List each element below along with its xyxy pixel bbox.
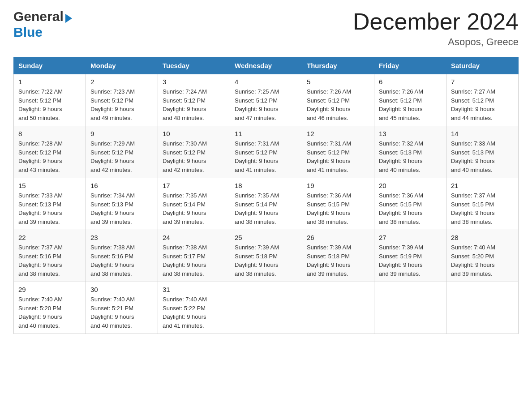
header-wednesday: Wednesday: [230, 57, 302, 74]
day-number: 13: [379, 130, 442, 137]
table-row: 12Sunrise: 7:31 AMSunset: 5:12 PMDayligh…: [302, 126, 374, 178]
day-number: 30: [90, 286, 153, 293]
header-thursday: Thursday: [302, 57, 374, 74]
day-number: 9: [90, 130, 153, 137]
table-row: 25Sunrise: 7:39 AMSunset: 5:18 PMDayligh…: [230, 230, 302, 282]
table-row: 26Sunrise: 7:39 AMSunset: 5:18 PMDayligh…: [302, 230, 374, 282]
day-number: 17: [163, 182, 225, 189]
day-info: Sunrise: 7:32 AMSunset: 5:13 PMDaylight:…: [379, 139, 442, 174]
day-number: 16: [90, 182, 153, 189]
table-row: 11Sunrise: 7:31 AMSunset: 5:12 PMDayligh…: [230, 126, 302, 178]
day-info: Sunrise: 7:26 AMSunset: 5:12 PMDaylight:…: [379, 87, 442, 122]
table-row: 15Sunrise: 7:33 AMSunset: 5:13 PMDayligh…: [14, 178, 86, 230]
day-number: 29: [18, 286, 81, 293]
day-info: Sunrise: 7:39 AMSunset: 5:18 PMDaylight:…: [235, 243, 297, 278]
day-number: 15: [18, 182, 81, 189]
logo-arrow-icon: [65, 14, 72, 23]
day-number: 27: [379, 234, 442, 241]
calendar-week-row: 29Sunrise: 7:40 AMSunset: 5:20 PMDayligh…: [14, 282, 519, 334]
day-info: Sunrise: 7:31 AMSunset: 5:12 PMDaylight:…: [235, 139, 297, 174]
day-number: 26: [307, 234, 369, 241]
day-info: Sunrise: 7:36 AMSunset: 5:15 PMDaylight:…: [379, 191, 442, 226]
day-number: 7: [451, 78, 514, 86]
day-info: Sunrise: 7:22 AMSunset: 5:12 PMDaylight:…: [18, 87, 81, 122]
table-row: 14Sunrise: 7:33 AMSunset: 5:13 PMDayligh…: [446, 126, 519, 178]
day-info: Sunrise: 7:35 AMSunset: 5:14 PMDaylight:…: [235, 191, 297, 226]
day-number: 24: [163, 234, 225, 241]
table-row: 6Sunrise: 7:26 AMSunset: 5:12 PMDaylight…: [374, 74, 446, 126]
day-number: 28: [451, 234, 514, 241]
day-info: Sunrise: 7:40 AMSunset: 5:20 PMDaylight:…: [451, 243, 514, 278]
table-row: 27Sunrise: 7:39 AMSunset: 5:19 PMDayligh…: [374, 230, 446, 282]
header-tuesday: Tuesday: [158, 57, 230, 74]
table-row: 19Sunrise: 7:36 AMSunset: 5:15 PMDayligh…: [302, 178, 374, 230]
table-row: 1Sunrise: 7:22 AMSunset: 5:12 PMDaylight…: [14, 74, 86, 126]
day-number: 6: [379, 78, 442, 86]
day-info: Sunrise: 7:31 AMSunset: 5:12 PMDaylight:…: [307, 139, 369, 174]
day-info: Sunrise: 7:25 AMSunset: 5:12 PMDaylight:…: [235, 87, 297, 122]
day-number: 11: [235, 130, 297, 137]
day-info: Sunrise: 7:36 AMSunset: 5:15 PMDaylight:…: [307, 191, 369, 226]
day-info: Sunrise: 7:28 AMSunset: 5:12 PMDaylight:…: [18, 139, 81, 174]
table-row: 24Sunrise: 7:38 AMSunset: 5:17 PMDayligh…: [158, 230, 230, 282]
day-info: Sunrise: 7:37 AMSunset: 5:16 PMDaylight:…: [18, 243, 81, 278]
day-info: Sunrise: 7:27 AMSunset: 5:12 PMDaylight:…: [451, 87, 514, 122]
calendar-week-row: 22Sunrise: 7:37 AMSunset: 5:16 PMDayligh…: [14, 230, 519, 282]
day-number: 22: [18, 234, 81, 241]
day-number: 4: [235, 78, 297, 86]
logo-general-text: General: [13, 9, 64, 24]
table-row: 17Sunrise: 7:35 AMSunset: 5:14 PMDayligh…: [158, 178, 230, 230]
day-info: Sunrise: 7:34 AMSunset: 5:13 PMDaylight:…: [90, 191, 153, 226]
page-header: General Blue December 2024 Asopos, Greec…: [13, 9, 519, 48]
logo: General Blue: [13, 9, 72, 40]
table-row: 30Sunrise: 7:40 AMSunset: 5:21 PMDayligh…: [86, 282, 158, 334]
day-number: 19: [307, 182, 369, 189]
day-number: 18: [235, 182, 297, 189]
day-info: Sunrise: 7:38 AMSunset: 5:16 PMDaylight:…: [90, 243, 153, 278]
day-number: 20: [379, 182, 442, 189]
day-number: 12: [307, 130, 369, 137]
day-info: Sunrise: 7:30 AMSunset: 5:12 PMDaylight:…: [163, 139, 225, 174]
day-info: Sunrise: 7:39 AMSunset: 5:19 PMDaylight:…: [379, 243, 442, 278]
calendar-header-row: Sunday Monday Tuesday Wednesday Thursday…: [14, 57, 519, 74]
table-row: 23Sunrise: 7:38 AMSunset: 5:16 PMDayligh…: [86, 230, 158, 282]
table-row: 13Sunrise: 7:32 AMSunset: 5:13 PMDayligh…: [374, 126, 446, 178]
day-info: Sunrise: 7:33 AMSunset: 5:13 PMDaylight:…: [451, 139, 514, 174]
table-row: [374, 282, 446, 334]
day-number: 8: [18, 130, 81, 137]
day-number: 10: [163, 130, 225, 137]
day-number: 5: [307, 78, 369, 86]
calendar-week-row: 15Sunrise: 7:33 AMSunset: 5:13 PMDayligh…: [14, 178, 519, 230]
table-row: 2Sunrise: 7:23 AMSunset: 5:12 PMDaylight…: [86, 74, 158, 126]
day-number: 31: [163, 286, 225, 293]
day-info: Sunrise: 7:39 AMSunset: 5:18 PMDaylight:…: [307, 243, 369, 278]
table-row: 21Sunrise: 7:37 AMSunset: 5:15 PMDayligh…: [446, 178, 519, 230]
table-row: 20Sunrise: 7:36 AMSunset: 5:15 PMDayligh…: [374, 178, 446, 230]
table-row: [230, 282, 302, 334]
table-row: 9Sunrise: 7:29 AMSunset: 5:12 PMDaylight…: [86, 126, 158, 178]
day-info: Sunrise: 7:23 AMSunset: 5:12 PMDaylight:…: [90, 87, 153, 122]
title-section: December 2024 Asopos, Greece: [353, 9, 519, 48]
day-number: 25: [235, 234, 297, 241]
header-monday: Monday: [86, 57, 158, 74]
header-friday: Friday: [374, 57, 446, 74]
header-sunday: Sunday: [14, 57, 86, 74]
calendar-table: Sunday Monday Tuesday Wednesday Thursday…: [13, 57, 519, 334]
table-row: 3Sunrise: 7:24 AMSunset: 5:12 PMDaylight…: [158, 74, 230, 126]
day-number: 1: [18, 78, 81, 86]
day-info: Sunrise: 7:40 AMSunset: 5:21 PMDaylight:…: [90, 295, 153, 330]
calendar-week-row: 8Sunrise: 7:28 AMSunset: 5:12 PMDaylight…: [14, 126, 519, 178]
calendar-subtitle: Asopos, Greece: [353, 36, 519, 48]
calendar-title: December 2024: [353, 9, 519, 34]
day-number: 2: [90, 78, 153, 86]
day-info: Sunrise: 7:40 AMSunset: 5:20 PMDaylight:…: [18, 295, 81, 330]
header-saturday: Saturday: [446, 57, 519, 74]
table-row: 18Sunrise: 7:35 AMSunset: 5:14 PMDayligh…: [230, 178, 302, 230]
table-row: 22Sunrise: 7:37 AMSunset: 5:16 PMDayligh…: [14, 230, 86, 282]
calendar-week-row: 1Sunrise: 7:22 AMSunset: 5:12 PMDaylight…: [14, 74, 519, 126]
table-row: [302, 282, 374, 334]
day-info: Sunrise: 7:29 AMSunset: 5:12 PMDaylight:…: [90, 139, 153, 174]
day-number: 21: [451, 182, 514, 189]
day-info: Sunrise: 7:24 AMSunset: 5:12 PMDaylight:…: [163, 87, 225, 122]
table-row: 28Sunrise: 7:40 AMSunset: 5:20 PMDayligh…: [446, 230, 519, 282]
